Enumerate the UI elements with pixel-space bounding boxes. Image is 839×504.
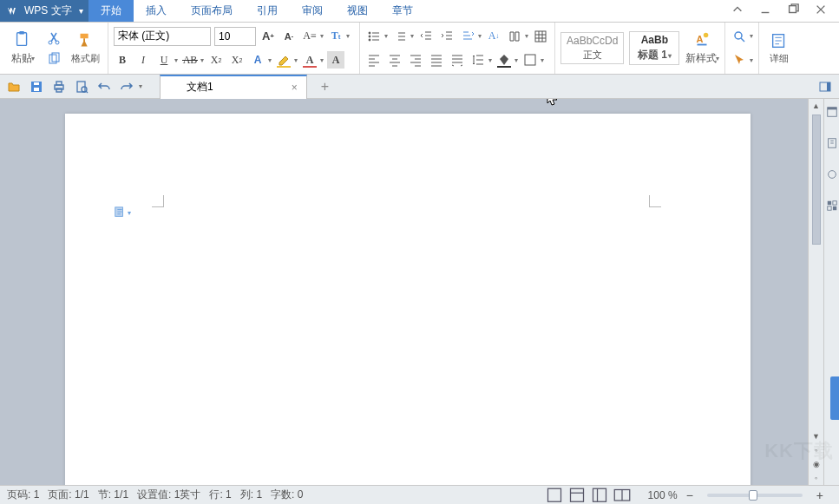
style-normal[interactable]: AaBbCcDd 正文 [560,32,624,64]
new-style-button[interactable]: A 新样式▾ [685,24,719,73]
doc-tab-1[interactable]: 文档1 × [160,75,307,99]
view-print-icon[interactable] [546,488,563,502]
page-1[interactable]: ▾ [65,114,751,485]
table-button[interactable] [532,28,549,45]
close-icon[interactable] [815,3,827,18]
scroll-thumb[interactable] [812,115,821,245]
zoom-in-button[interactable]: + [816,488,823,502]
print-button[interactable] [50,78,68,95]
font-size-input[interactable] [214,27,256,46]
strikethrough-button[interactable]: AB [181,51,199,69]
vertical-scrollbar[interactable]: ▲ ▼ ◦ ◉ ◦ [808,99,823,485]
superscript-button[interactable]: X2 [207,51,225,69]
maximize-icon[interactable] [787,3,799,18]
zoom-slider[interactable] [707,494,803,497]
number-list-button[interactable] [391,28,409,45]
paragraph-mark-icon: ▾ [114,206,131,219]
tab-review[interactable]: 审阅 [290,0,335,22]
grow-font-button[interactable]: A+ [259,28,277,45]
redo-button[interactable] [118,78,135,95]
increase-indent-button[interactable] [438,28,456,45]
tab-page-layout[interactable]: 页面布局 [179,0,245,22]
app-menu-caret-icon[interactable]: ▾ [79,6,83,16]
next-page-icon[interactable]: ◦ [809,471,823,485]
align-center-button[interactable] [386,51,403,69]
copy-button[interactable] [45,50,62,68]
decrease-indent-button[interactable] [417,28,435,45]
side-panel-handle[interactable] [830,376,839,420]
view-web-icon[interactable] [591,488,608,502]
format-painter-icon [75,31,95,50]
shrink-font-button[interactable]: A- [280,28,298,45]
line-spacing-button[interactable] [469,51,487,69]
character-shading-button[interactable]: A [327,51,344,69]
format-painter-button[interactable]: 格式刷 [68,24,102,73]
text-effect-button[interactable]: A [249,51,266,69]
detail-button[interactable]: 详细 [764,24,794,72]
svg-point-9 [369,39,370,41]
sort-button[interactable] [459,28,476,45]
quick-access-bar: ▾ 文档1 × + [0,75,839,99]
side-select-icon[interactable] [826,200,838,212]
side-style-icon[interactable] [826,168,838,180]
tab-insert[interactable]: 插入 [134,0,179,22]
zoom-value[interactable]: 100 % [648,489,678,501]
new-style-icon: A [692,30,711,49]
task-pane-toggle-icon[interactable] [816,78,834,95]
add-tab-button[interactable]: + [321,79,329,95]
bold-button[interactable]: B [114,51,131,69]
app-title[interactable]: WPS 文字 ▾ [0,0,88,22]
save-button[interactable] [28,78,45,95]
status-page-no[interactable]: 页码: 1 [7,488,39,502]
distribute-button[interactable] [449,51,466,69]
status-page[interactable]: 页面: 1/1 [48,488,88,502]
tab-section[interactable]: 章节 [380,0,425,22]
doc-tab-close-icon[interactable]: × [292,82,298,94]
underline-button[interactable]: U [155,51,173,69]
style-heading1[interactable]: AaBb 标题 1 ▾ [629,31,679,65]
bullet-list-button[interactable] [365,28,383,45]
status-line[interactable]: 行: 1 [209,488,231,502]
print-preview-button[interactable] [73,78,90,95]
app-title-text: WPS 文字 [24,3,72,18]
qa-more-icon[interactable]: ▾ [139,82,142,90]
clear-format-button[interactable]: Tt [327,28,344,45]
align-right-button[interactable] [407,51,424,69]
change-case-button[interactable]: A≡ [301,28,318,45]
scroll-up-icon[interactable]: ▲ [809,99,823,113]
undo-button[interactable] [95,78,113,95]
italic-button[interactable]: I [134,51,152,69]
font-name-input[interactable] [114,27,211,46]
open-button[interactable] [5,78,23,95]
select-button[interactable] [731,51,748,69]
tab-home[interactable]: 开始 [88,0,134,22]
zoom-slider-thumb[interactable] [749,490,757,501]
font-color-button[interactable]: A [301,51,318,69]
align-justify-button[interactable] [428,51,445,69]
document-viewport[interactable]: ▾ [0,99,808,485]
status-chars[interactable]: 字数: 0 [271,488,303,502]
view-outline-icon[interactable] [568,488,586,502]
text-direction-button[interactable]: A↓ [485,28,502,45]
paste-button[interactable]: 粘贴▾ [5,24,40,73]
align-left-button[interactable] [365,51,383,69]
side-nav-icon[interactable] [826,106,838,118]
status-setting[interactable]: 设置值: 1英寸 [137,488,200,502]
minimize-icon[interactable] [759,3,771,18]
subscript-button[interactable]: X2 [228,51,246,69]
shading-button[interactable] [495,51,513,69]
zoom-out-button[interactable]: − [686,488,693,502]
status-section[interactable]: 节: 1/1 [98,488,128,502]
view-read-icon[interactable] [613,488,631,502]
find-button[interactable] [731,28,748,45]
tab-view[interactable]: 视图 [335,0,380,22]
cursor-icon [547,99,559,108]
phonetic-guide-button[interactable] [506,28,523,45]
cut-button[interactable] [45,29,62,47]
status-col[interactable]: 列: 1 [240,488,262,502]
tab-reference[interactable]: 引用 [245,0,290,22]
borders-button[interactable] [521,51,539,69]
side-clip-icon[interactable] [826,137,838,149]
highlight-button[interactable] [275,51,292,69]
ribbon-collapse-icon[interactable] [731,3,744,18]
